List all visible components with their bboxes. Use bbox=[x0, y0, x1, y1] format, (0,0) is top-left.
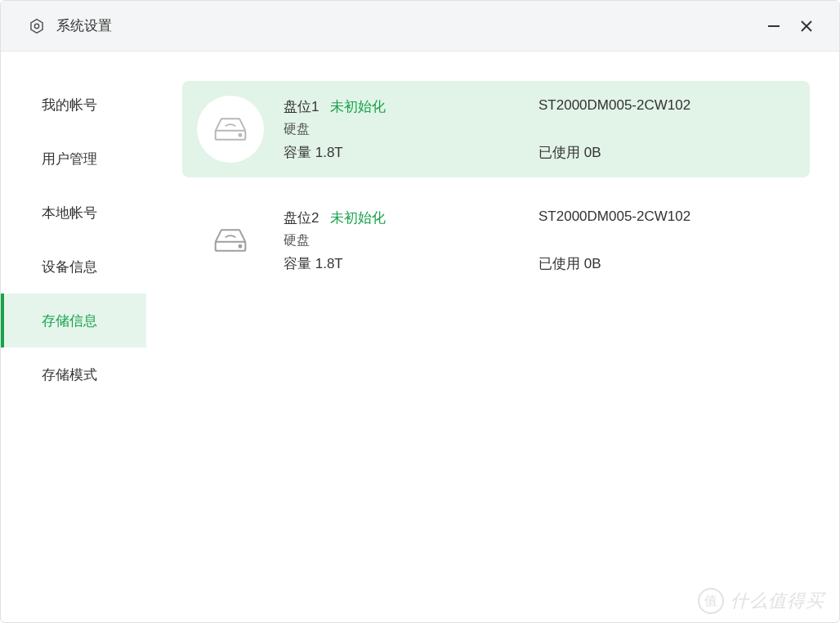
drive-info: 盘位1 未初始化 ST2000DM005-2CW102 硬盘 容量 1.8T 已… bbox=[284, 97, 793, 162]
drive-used: 已使用 0B bbox=[538, 143, 793, 162]
drive-type: 硬盘 bbox=[284, 232, 538, 249]
svg-point-6 bbox=[239, 134, 241, 137]
svg-point-8 bbox=[239, 245, 241, 248]
sidebar-item-label: 用户管理 bbox=[42, 150, 97, 168]
drive-card[interactable]: 盘位2 未初始化 ST2000DM005-2CW102 硬盘 容量 1.8T 已… bbox=[182, 192, 810, 289]
settings-window: 系统设置 我的帐号 用户管理 本地帐号 设备信息 存储信息 存储模式 bbox=[0, 0, 840, 623]
drive-status: 未初始化 bbox=[330, 208, 386, 227]
sidebar-item-user-management[interactable]: 用户管理 bbox=[1, 132, 146, 186]
drive-card[interactable]: 盘位1 未初始化 ST2000DM005-2CW102 硬盘 容量 1.8T 已… bbox=[182, 81, 810, 177]
drive-capacity: 容量 1.8T bbox=[284, 254, 538, 273]
drive-model: ST2000DM005-2CW102 bbox=[538, 208, 793, 225]
hard-drive-icon bbox=[197, 207, 264, 274]
drive-slot-label: 盘位2 bbox=[284, 208, 319, 227]
gear-icon bbox=[29, 18, 45, 34]
sidebar-item-label: 我的帐号 bbox=[42, 96, 97, 114]
sidebar-item-my-account[interactable]: 我的帐号 bbox=[1, 78, 146, 132]
drive-info: 盘位2 未初始化 ST2000DM005-2CW102 硬盘 容量 1.8T 已… bbox=[284, 208, 793, 273]
close-button[interactable] bbox=[790, 10, 823, 43]
sidebar-item-device-info[interactable]: 设备信息 bbox=[1, 240, 146, 294]
sidebar-item-storage-mode[interactable]: 存储模式 bbox=[1, 347, 146, 401]
sidebar-item-storage-info[interactable]: 存储信息 bbox=[1, 294, 146, 347]
sidebar-item-label: 存储信息 bbox=[42, 312, 97, 330]
window-body: 我的帐号 用户管理 本地帐号 设备信息 存储信息 存储模式 bbox=[1, 52, 839, 622]
sidebar-item-local-account[interactable]: 本地帐号 bbox=[1, 186, 146, 240]
svg-marker-0 bbox=[31, 19, 42, 33]
storage-info-panel: 盘位1 未初始化 ST2000DM005-2CW102 硬盘 容量 1.8T 已… bbox=[146, 52, 839, 622]
hard-drive-icon bbox=[197, 96, 264, 163]
drive-model: ST2000DM005-2CW102 bbox=[538, 97, 793, 114]
drive-used: 已使用 0B bbox=[538, 254, 793, 273]
sidebar: 我的帐号 用户管理 本地帐号 设备信息 存储信息 存储模式 bbox=[1, 52, 146, 622]
titlebar: 系统设置 bbox=[1, 1, 839, 52]
sidebar-item-label: 设备信息 bbox=[42, 258, 97, 276]
sidebar-item-label: 本地帐号 bbox=[42, 204, 97, 222]
window-title: 系统设置 bbox=[56, 16, 757, 35]
drive-slot-label: 盘位1 bbox=[284, 97, 319, 116]
svg-point-1 bbox=[34, 24, 38, 28]
sidebar-item-label: 存储模式 bbox=[42, 365, 97, 384]
drive-capacity: 容量 1.8T bbox=[284, 143, 538, 162]
drive-type: 硬盘 bbox=[284, 121, 538, 138]
drive-status: 未初始化 bbox=[330, 97, 386, 116]
minimize-button[interactable] bbox=[757, 10, 790, 43]
